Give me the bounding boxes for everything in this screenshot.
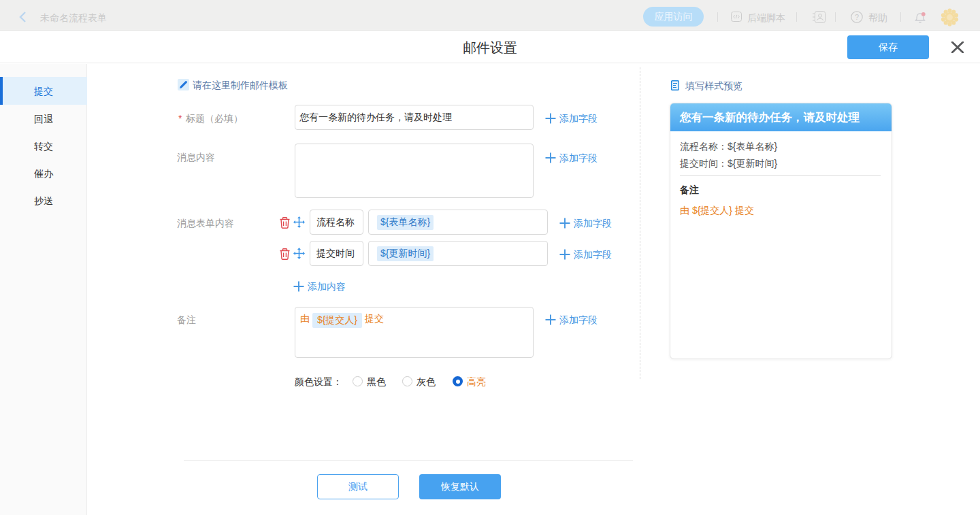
svg-text:?: ? [855,13,859,21]
